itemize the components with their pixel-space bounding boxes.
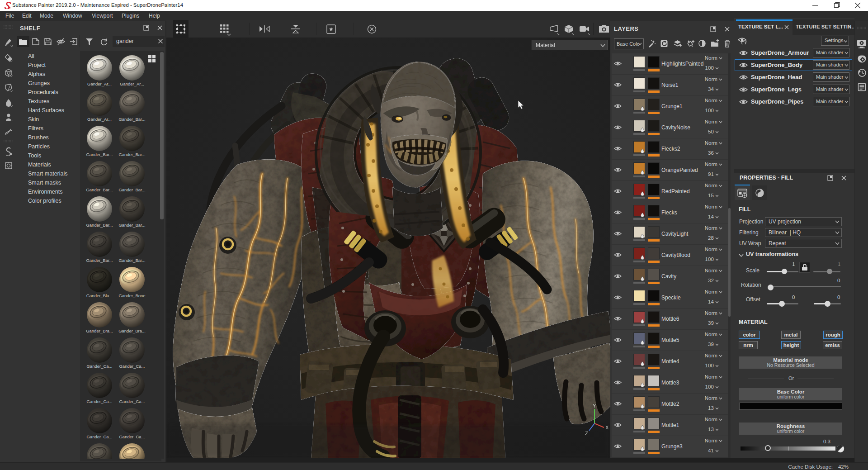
svg-text:Z: Z: [585, 431, 588, 436]
svg-text:X: X: [605, 425, 609, 430]
svg-text:Y: Y: [593, 403, 596, 408]
